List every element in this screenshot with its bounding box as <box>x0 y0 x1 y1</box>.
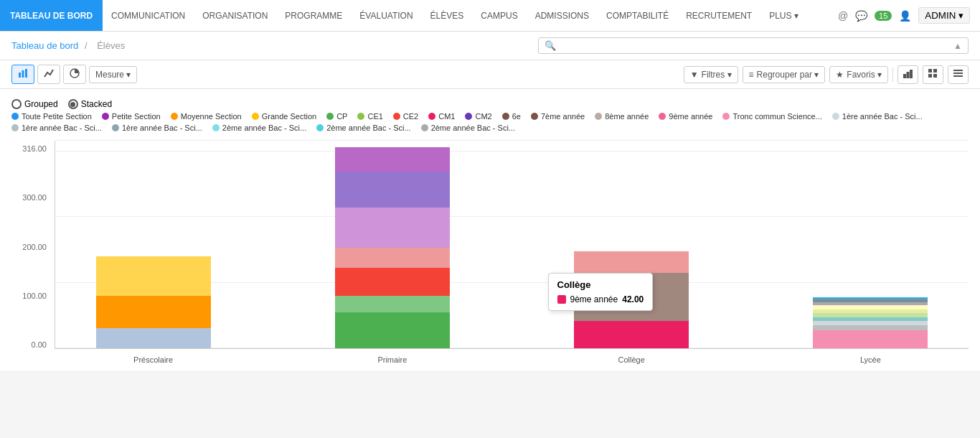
nav-item-organisation[interactable]: ORGANISATION <box>194 0 276 31</box>
search-box: 🔍 ▲ <box>538 37 969 54</box>
nav-item-programme[interactable]: PROGRAMME <box>276 0 351 31</box>
legend-item-13: Tronc commun Science... <box>722 112 821 121</box>
admin-button[interactable]: ADMIN ▾ <box>918 7 970 24</box>
nav-item-recrutement[interactable]: RECRUTEMENT <box>677 0 760 31</box>
bar-group-2[interactable]: Collège <box>534 251 730 348</box>
legend-item-7: CM1 <box>428 112 455 121</box>
chart-line-button[interactable] <box>37 65 60 84</box>
radio-stacked-circle <box>68 99 78 109</box>
svg-rect-5 <box>907 72 910 78</box>
nav-item-campus[interactable]: CAMPUS <box>472 0 526 31</box>
search-input[interactable] <box>560 41 953 51</box>
bar-stack-2 <box>574 251 689 348</box>
bar-chart-icon <box>18 68 28 80</box>
svg-rect-0 <box>19 73 21 78</box>
svg-rect-9 <box>928 74 932 78</box>
view-grid-button[interactable] <box>923 65 943 84</box>
bar-segment-2-0 <box>574 321 689 348</box>
grid-line <box>55 140 969 141</box>
legend-item-11: 8ème année <box>595 112 649 121</box>
legend-item-18: 2ème année Bac - Sci... <box>316 124 410 132</box>
svg-rect-7 <box>928 69 932 73</box>
radio-stacked[interactable]: Stacked <box>68 99 112 109</box>
view-list-button[interactable] <box>948 65 969 84</box>
chart-bar-button[interactable] <box>11 65 34 84</box>
chat-icon[interactable]: 💬 <box>855 10 867 22</box>
bar-stack-1 <box>335 147 450 348</box>
bar-label-3: Lycée <box>860 355 881 364</box>
chart-type-selector: Grouped Stacked <box>11 99 112 109</box>
nav-item-plus[interactable]: PLUS ▾ <box>760 0 807 31</box>
brand-logo[interactable]: TABLEAU DE BORD <box>0 0 103 31</box>
breadcrumb-current: Élèves <box>97 40 125 51</box>
nav-item-evaluation[interactable]: ÉVALUATION <box>351 0 421 31</box>
nav-right: @ 💬 15 👤 ADMIN ▾ <box>838 7 980 24</box>
nav-item-admissions[interactable]: ADMISSIONS <box>527 0 598 31</box>
top-navigation: TABLEAU DE BORD COMMUNICATION ORGANISATI… <box>0 0 980 32</box>
legend-item-3: Grande Section <box>252 112 316 121</box>
legend-item-2: Moyenne Section <box>171 112 242 121</box>
favorites-button[interactable]: ★ Favoris ▾ <box>829 66 888 83</box>
at-icon[interactable]: @ <box>838 10 848 22</box>
svg-rect-13 <box>953 75 963 77</box>
measure-button[interactable]: Mesure ▾ <box>89 66 137 83</box>
line-chart-icon <box>44 68 54 80</box>
bar-segment-3-0 <box>813 330 928 348</box>
svg-rect-2 <box>25 69 27 78</box>
bar-stack-3 <box>813 297 928 348</box>
divider <box>892 67 893 82</box>
bar-label-1: Primaire <box>377 355 407 364</box>
svg-rect-11 <box>953 70 963 71</box>
grid-line <box>55 216 969 217</box>
bar-group-3[interactable]: Lycée <box>773 297 969 348</box>
svg-rect-6 <box>910 70 913 78</box>
toolbar-left: Mesure ▾ <box>11 65 137 84</box>
nav-item-communication[interactable]: COMMUNICATION <box>103 0 194 31</box>
search-icon: 🔍 <box>545 40 556 51</box>
search-toggle-icon[interactable]: ▲ <box>953 41 962 51</box>
chart-pie-button[interactable] <box>63 65 86 84</box>
legend-item-5: CE1 <box>357 112 382 121</box>
nav-items: COMMUNICATION ORGANISATION PROGRAMME ÉVA… <box>103 0 838 31</box>
legend-item-10: 7ème année <box>531 112 585 121</box>
view-bar-button[interactable] <box>897 65 918 84</box>
bar-segment-1-6 <box>335 147 450 172</box>
main-content: Grouped Stacked Toute Petite SectionPeti… <box>0 89 980 371</box>
bar-group-0[interactable]: Préscolaire <box>55 256 251 348</box>
y-axis-label: 0.00 <box>11 340 51 349</box>
y-axis-label: 300.00 <box>11 193 51 202</box>
legend-item-19: 2ème année Bac - Sci... <box>421 124 515 132</box>
grid-line <box>55 151 969 152</box>
bar-segment-1-1 <box>335 296 450 312</box>
pie-chart-icon <box>70 68 80 80</box>
filter-icon: ▼ <box>690 70 699 80</box>
group-by-button[interactable]: ≡ Regrouper par ▾ <box>743 66 826 83</box>
legend-item-8: CM2 <box>465 112 491 121</box>
chat-badge: 15 <box>875 11 892 21</box>
breadcrumb-separator: / <box>85 40 88 51</box>
breadcrumb-root[interactable]: Tableau de bord <box>11 40 78 51</box>
svg-rect-10 <box>933 74 937 78</box>
legend-item-15: 1ère année Bac - Sci... <box>11 124 102 132</box>
bar-segment-1-4 <box>335 208 450 248</box>
legend-item-16: 1ère année Bac - Sci... <box>112 124 202 132</box>
radio-grouped[interactable]: Grouped <box>11 99 58 109</box>
list-icon: ≡ <box>749 70 754 80</box>
bar-group-1[interactable]: Primaire <box>294 147 490 348</box>
nav-item-comptabilite[interactable]: COMPTABILITÉ <box>598 0 677 31</box>
nav-item-eleves[interactable]: ÉLÈVES <box>422 0 473 31</box>
y-axis-label: 100.00 <box>11 292 51 300</box>
y-axis-label: 200.00 <box>11 243 51 251</box>
bar-stack-0 <box>96 256 211 348</box>
bar-segment-1-3 <box>335 248 450 268</box>
bar-segment-3-1 <box>813 325 928 330</box>
legend-items: Toute Petite SectionPetite SectionMoyenn… <box>11 112 969 132</box>
star-icon: ★ <box>836 70 844 80</box>
y-axis-label: 316.00 <box>11 144 51 153</box>
filter-button[interactable]: ▼ Filtres ▾ <box>684 66 738 83</box>
bar-segment-1-2 <box>335 268 450 296</box>
legend-item-9: 6e <box>502 112 521 121</box>
bar-segment-2-2 <box>574 251 689 273</box>
toolbar-right: ▼ Filtres ▾ ≡ Regrouper par ▾ ★ Favoris … <box>684 65 969 84</box>
breadcrumb: Tableau de bord / Élèves <box>11 40 128 51</box>
